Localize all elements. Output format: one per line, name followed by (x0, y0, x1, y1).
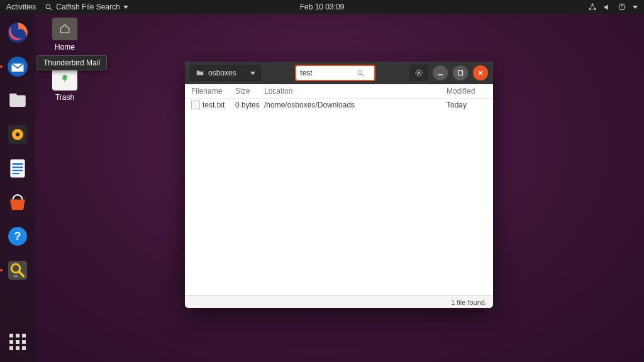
chevron-down-icon (633, 6, 638, 9)
app-menu-label: Catfish File Search (56, 3, 119, 11)
catfish-app-icon (45, 3, 53, 11)
svg-point-24 (358, 70, 363, 75)
system-tray[interactable] (588, 3, 638, 11)
folder-chooser-button[interactable]: osboxes (190, 65, 261, 81)
cell-filename: test.txt (203, 101, 225, 109)
cell-modified: Today (447, 101, 487, 109)
column-filename[interactable]: Filename (191, 87, 235, 96)
minimize-icon (437, 70, 443, 76)
folder-icon (196, 69, 204, 77)
catfish-window: osboxes Filename Size Location (185, 62, 493, 308)
power-icon (618, 3, 626, 11)
svg-line-25 (362, 74, 364, 76)
top-bar: Activities Catfish File Search Feb 10 03… (0, 0, 644, 14)
close-button[interactable] (473, 65, 488, 80)
clock[interactable]: Feb 10 03:09 (300, 3, 345, 11)
show-applications-button[interactable] (4, 328, 31, 356)
settings-button[interactable] (410, 65, 428, 81)
volume-icon (603, 3, 611, 11)
gear-icon (414, 69, 423, 77)
svg-rect-14 (11, 160, 25, 177)
cell-location: /home/osboxes/Downloads (264, 101, 447, 109)
desktop-icon-label: Home (43, 43, 87, 52)
column-size[interactable]: Size (235, 87, 264, 96)
activities-button[interactable]: Activities (6, 3, 36, 11)
close-icon (477, 70, 484, 76)
dock-tooltip: Thunderbird Mail (36, 55, 107, 70)
trash-icon (52, 68, 77, 90)
dock-help[interactable]: ? (4, 222, 31, 250)
folder-chooser-label: osboxes (208, 69, 236, 77)
minimize-button[interactable] (433, 65, 448, 80)
svg-rect-16 (13, 167, 23, 168)
result-row[interactable]: test.txt 0 bytes /home/osboxes/Downloads… (185, 99, 493, 111)
maximize-button[interactable] (453, 65, 468, 80)
cell-size: 0 bytes (235, 101, 264, 109)
dock-files[interactable] (4, 87, 31, 114)
dock-software[interactable] (4, 189, 31, 216)
desktop-icon-trash[interactable]: Trash (43, 68, 87, 102)
svg-line-1 (50, 8, 52, 10)
svg-rect-18 (13, 173, 19, 174)
desktop-icon-home[interactable]: Home (43, 18, 87, 52)
dock: ? (0, 14, 35, 362)
column-modified[interactable]: Modified (447, 87, 487, 96)
chevron-down-icon (123, 6, 128, 9)
dock-catfish[interactable] (4, 256, 31, 284)
desktop-icon-label: Trash (43, 93, 87, 102)
status-bar: 1 file found. (185, 295, 493, 308)
column-headers[interactable]: Filename Size Location Modified (185, 84, 493, 99)
svg-point-0 (47, 4, 51, 9)
home-folder-icon (52, 18, 77, 40)
search-input[interactable] (300, 69, 357, 77)
window-titlebar[interactable]: osboxes (185, 62, 493, 84)
dock-tooltip-label: Thunderbird Mail (43, 58, 100, 67)
dock-rhythmbox[interactable] (4, 121, 31, 148)
svg-rect-10 (9, 94, 16, 97)
results-pane: Filename Size Location Modified test.txt… (185, 84, 493, 295)
svg-rect-15 (13, 163, 23, 165)
dock-thunderbird[interactable] (4, 53, 31, 80)
app-menu-button[interactable]: Catfish File Search (45, 3, 128, 11)
search-field-wrap (295, 65, 375, 81)
chevron-down-icon (250, 72, 255, 75)
network-icon (588, 3, 597, 11)
dock-firefox[interactable] (4, 19, 31, 47)
svg-rect-28 (458, 71, 463, 75)
column-location[interactable]: Location (264, 87, 447, 96)
svg-point-26 (418, 72, 420, 74)
file-icon (191, 101, 200, 109)
svg-text:?: ? (14, 230, 21, 243)
dock-libreoffice-writer[interactable] (4, 155, 31, 182)
status-text: 1 file found. (451, 299, 487, 306)
search-icon[interactable] (357, 69, 365, 77)
maximize-icon (457, 70, 464, 76)
svg-rect-17 (13, 170, 23, 171)
svg-point-13 (16, 133, 19, 136)
